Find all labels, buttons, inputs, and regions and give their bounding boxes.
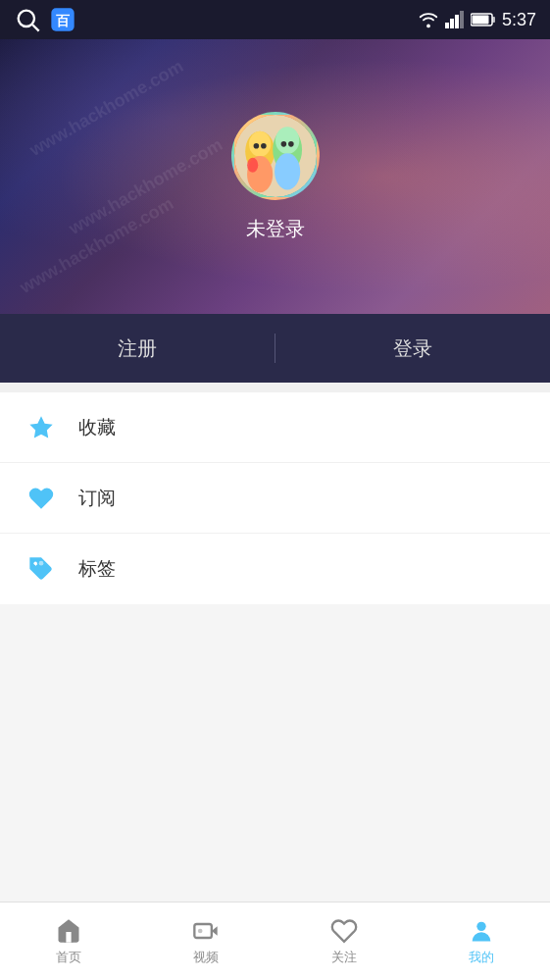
search-icon (14, 6, 41, 33)
nav-mine-label: 我的 (469, 949, 494, 966)
status-bar-left: 百 (14, 6, 76, 33)
watermark-1: www.hackhome.com (26, 56, 187, 161)
svg-point-27 (198, 928, 203, 933)
svg-point-18 (280, 141, 286, 147)
menu-item-tags[interactable]: + 标签 (0, 534, 550, 604)
svg-point-0 (19, 11, 34, 26)
svg-point-17 (275, 127, 299, 154)
heart-icon (24, 481, 59, 516)
login-button[interactable]: 登录 (275, 314, 550, 383)
menu-list: 收藏 订阅 + 标签 (0, 392, 550, 604)
bottom-nav: 首页 视频 关注 我的 (0, 902, 550, 980)
register-button[interactable]: 注册 (0, 314, 275, 383)
nav-video-label: 视频 (193, 949, 219, 966)
auth-bar: 注册 登录 (0, 314, 550, 383)
svg-rect-9 (492, 17, 495, 23)
content-area (0, 604, 550, 911)
svg-point-28 (476, 921, 485, 930)
favorites-label: 收藏 (78, 415, 116, 440)
menu-item-subscribe[interactable]: 订阅 (0, 463, 550, 534)
nav-follow[interactable]: 关注 (275, 903, 413, 980)
svg-rect-6 (455, 15, 459, 28)
svg-rect-7 (460, 11, 464, 28)
watermark-2: www.hackhome.com (66, 134, 226, 239)
nav-video[interactable]: 视频 (137, 903, 275, 980)
status-bar-right: 5:37 (418, 10, 536, 30)
svg-point-13 (248, 130, 270, 156)
nav-mine[interactable]: 我的 (413, 903, 550, 980)
tag-icon: + (24, 551, 59, 587)
svg-text:+: + (34, 561, 38, 567)
star-icon (24, 410, 59, 445)
svg-point-21 (275, 153, 300, 189)
nav-home[interactable]: 首页 (0, 903, 137, 980)
status-time: 5:37 (502, 10, 536, 30)
svg-point-24 (39, 561, 44, 566)
tags-label: 标签 (78, 556, 116, 582)
avatar[interactable] (231, 112, 320, 200)
nav-home-label: 首页 (56, 949, 81, 966)
watermark-3: www.hackhome.com (17, 193, 177, 298)
svg-point-15 (261, 142, 267, 148)
svg-rect-26 (195, 924, 213, 938)
avatar-image (234, 112, 317, 200)
profile-header: www.hackhome.com www.hackhome.com www.ha… (0, 39, 550, 314)
svg-point-14 (253, 142, 259, 148)
subscribe-label: 订阅 (78, 486, 116, 511)
home-icon (55, 917, 82, 945)
menu-item-favorites[interactable]: 收藏 (0, 392, 550, 463)
wifi-icon (418, 11, 439, 28)
signal-icon (445, 11, 465, 28)
follow-icon (330, 917, 358, 945)
svg-point-22 (247, 157, 258, 172)
svg-text:百: 百 (56, 13, 71, 28)
status-bar: 百 5:37 (0, 0, 550, 39)
svg-rect-10 (472, 16, 488, 25)
mine-icon (468, 917, 495, 945)
svg-point-19 (288, 141, 294, 147)
avatar-container[interactable] (231, 112, 320, 200)
battery-icon (471, 13, 496, 26)
nav-follow-label: 关注 (331, 949, 357, 966)
profile-username: 未登录 (246, 216, 305, 242)
svg-rect-4 (445, 23, 449, 28)
svg-rect-5 (450, 19, 454, 28)
baidu-icon: 百 (49, 6, 76, 33)
svg-line-1 (32, 25, 38, 30)
video-icon (192, 917, 220, 945)
